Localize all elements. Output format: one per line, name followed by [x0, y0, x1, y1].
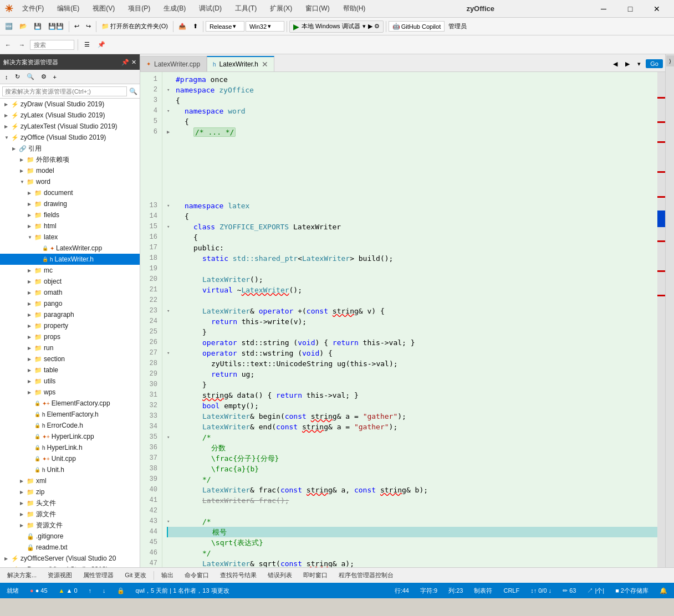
- redo-button[interactable]: ↪: [83, 21, 94, 32]
- tab-latexwriter-h[interactable]: h LatexWriter.h ✕: [207, 56, 274, 71]
- menu-help[interactable]: 帮助(H): [339, 2, 370, 16]
- menu-tools[interactable]: 工具(T): [231, 2, 261, 16]
- back-button[interactable]: ←: [2, 40, 14, 50]
- prev-location[interactable]: ◀: [610, 59, 620, 69]
- close-button[interactable]: ✕: [644, 0, 670, 18]
- add-button[interactable]: +: [50, 72, 59, 82]
- copilot-button[interactable]: 🤖GitHub Copilot: [389, 21, 445, 32]
- tree-item-ef-cpp[interactable]: 🔒 ✦+ ElementFactory.cpp: [0, 398, 140, 409]
- tree-item-gitignore[interactable]: 🔒 .gitignore: [0, 531, 140, 542]
- menu-window[interactable]: 窗口(W): [301, 2, 334, 16]
- tab-resource-view[interactable]: 资源视图: [43, 569, 77, 581]
- tree-item-table[interactable]: ▶ 📁 table: [0, 365, 140, 376]
- maximize-button[interactable]: □: [617, 0, 643, 18]
- menu-build[interactable]: 生成(B): [159, 2, 190, 16]
- tree-item-unit-cpp[interactable]: 🔒 ✦+ Unit.cpp: [0, 453, 140, 464]
- expand-right[interactable]: ⟩: [666, 55, 674, 66]
- go-button[interactable]: Go: [646, 59, 663, 68]
- tree-item-omath[interactable]: ▶ 📁 omath: [0, 287, 140, 298]
- config-dropdown[interactable]: Release ▾: [206, 21, 244, 32]
- code-content[interactable]: #pragma once ▾namespace zyOffice { ▾name…: [162, 72, 657, 567]
- tree-item-readme[interactable]: 🔒 readme.txt: [0, 542, 140, 553]
- tree-item-property[interactable]: ▶ 📁 property: [0, 320, 140, 331]
- menu-edit[interactable]: 编辑(E): [53, 2, 84, 16]
- storage-count[interactable]: ■ 2个存储库: [613, 586, 651, 596]
- tab-close-btn[interactable]: ✕: [262, 60, 268, 69]
- tree-item-word[interactable]: ▼ 📁 word: [0, 176, 140, 187]
- tab-package-mgr[interactable]: 程序包管理器控制台: [334, 569, 399, 581]
- ready-status[interactable]: 就绪: [4, 586, 21, 596]
- tree-item-zylatex[interactable]: ▶ ⚡ zyLatex (Visual Studio 2019): [0, 110, 140, 121]
- tree-item-errorcode[interactable]: 🔒 h ErrorCode.h: [0, 420, 140, 431]
- menu-debug[interactable]: 调试(D): [195, 2, 226, 16]
- tab-output[interactable]: 输出: [156, 569, 178, 581]
- open-button[interactable]: 📂: [17, 21, 30, 32]
- tree-item-zylatextest[interactable]: ▶ ⚡ zyLatexTest (Visual Studio 2019): [0, 121, 140, 132]
- tree-item-paragraph[interactable]: ▶ 📁 paragraph: [0, 309, 140, 320]
- git-info[interactable]: qwl，5 天前 | 1 名作者，13 项更改: [134, 586, 232, 596]
- tree-item-latexwriter-cpp[interactable]: 🔒 ✦ LatexWriter.cpp: [0, 243, 140, 254]
- tree-item-external[interactable]: ▶ 📁 外部依赖项: [0, 154, 140, 165]
- sidebar-pin[interactable]: 📌: [121, 59, 129, 66]
- tree-item-utils[interactable]: ▶ 📁 utils: [0, 376, 140, 387]
- tree-item-section[interactable]: ▶ 📁 section: [0, 353, 140, 365]
- col-info[interactable]: 列:23: [446, 586, 465, 596]
- git-button[interactable]: ⬆: [190, 21, 201, 32]
- tree-item-zydraw[interactable]: ▶ ⚡ zyDraw (Visual Studio 2019): [0, 99, 140, 110]
- tree-item-sources[interactable]: ▶ 📁 源文件: [0, 509, 140, 520]
- bell-icon[interactable]: 🔔: [657, 586, 670, 596]
- tab-solution[interactable]: 解决方案...: [2, 569, 42, 581]
- sidebar-toggle[interactable]: ☰: [81, 39, 93, 50]
- publish-button[interactable]: 📤: [176, 21, 189, 32]
- tree-item-zypango[interactable]: ▶ ⚡ zyPango (Visual Studio 2019): [0, 564, 140, 567]
- tree-item-refs[interactable]: ▶ 🔗 引用: [0, 143, 140, 154]
- tree-item-props[interactable]: ▶ 📁 props: [0, 331, 140, 342]
- tree-item-object[interactable]: ▶ 📁 object: [0, 276, 140, 287]
- pin-button[interactable]: 📌: [95, 39, 108, 50]
- tree-item-latex[interactable]: ▼ 📁 latex: [0, 232, 140, 243]
- tab-latexwriter-cpp[interactable]: ✦ LatexWriter.cpp: [140, 56, 207, 71]
- code-editor[interactable]: 12345 6 1314151617 1819202122 2324252627…: [140, 72, 665, 567]
- save-all-button[interactable]: 💾💾: [45, 21, 67, 32]
- tab-property-mgr[interactable]: 属性管理器: [78, 569, 119, 581]
- tree-item-unit-h[interactable]: 🔒 h Unit.h: [0, 464, 140, 475]
- tree-item-zyofficeserver[interactable]: ▶ ⚡ zyOfficeServer (Visual Studio 20: [0, 553, 140, 564]
- platform-dropdown[interactable]: Win32 ▾: [246, 21, 284, 32]
- error-count[interactable]: ● ● 45: [28, 586, 50, 595]
- minimize-button[interactable]: ─: [591, 0, 616, 18]
- filter-button[interactable]: 🔍: [24, 71, 37, 82]
- open-folder-button[interactable]: 📁 打开所在的文件夹(O): [99, 20, 171, 32]
- run-debugger[interactable]: ▶ 本地 Windows 调试器 ▾ ▶ ⚙: [289, 20, 384, 33]
- forward-button[interactable]: →: [16, 40, 28, 50]
- tree-item-pango[interactable]: ▶ 📁 pango: [0, 298, 140, 309]
- menu-project[interactable]: 项目(P): [124, 2, 155, 16]
- tree-item-model[interactable]: ▶ 📁 model: [0, 165, 140, 176]
- new-button[interactable]: 🆕: [2, 21, 16, 32]
- menu-file[interactable]: 文件(F): [18, 2, 48, 16]
- tab-command[interactable]: 命令窗口: [180, 569, 214, 581]
- down-arrow-btn[interactable]: ↓: [100, 586, 108, 595]
- tree-item-xml[interactable]: ▶ 📁 xml: [0, 475, 140, 486]
- tree-item-run[interactable]: ▶ 📁 run: [0, 342, 140, 353]
- tab-list[interactable]: ▾: [635, 59, 644, 69]
- tree-item-mc[interactable]: ▶ 📁 mc: [0, 265, 140, 276]
- pencil-count[interactable]: ✏ 63: [560, 586, 578, 596]
- tab-find-results[interactable]: 查找符号结果: [215, 569, 262, 581]
- char-info[interactable]: 字符:9: [418, 586, 440, 596]
- refresh-button[interactable]: ↻: [12, 71, 23, 82]
- tree-item-hyperlink-cpp[interactable]: 🔒 ✦+ HyperLink.cpp: [0, 431, 140, 442]
- tab-errors[interactable]: 错误列表: [263, 569, 297, 581]
- git-sync[interactable]: ↕↑ 0/0 ↓: [528, 586, 554, 595]
- search-input[interactable]: [30, 40, 74, 50]
- run-dropdown-arrow[interactable]: ▾: [362, 23, 366, 30]
- git-items[interactable]: ↗ |个|: [585, 586, 606, 596]
- indent-type[interactable]: 制表符: [472, 586, 494, 596]
- tree-item-zip[interactable]: ▶ 📁 zip: [0, 486, 140, 497]
- sidebar-search-input[interactable]: [2, 86, 127, 96]
- tree-item-wps[interactable]: ▶ 📁 wps: [0, 387, 140, 398]
- tree-item-hyperlink-h[interactable]: 🔒 h HyperLink.h: [0, 442, 140, 453]
- menu-view[interactable]: 视图(V): [88, 2, 119, 16]
- tree-item-drawing[interactable]: ▶ 📁 drawing: [0, 198, 140, 209]
- sidebar-close[interactable]: ✕: [131, 59, 136, 66]
- up-arrow-btn[interactable]: ↑: [86, 586, 94, 595]
